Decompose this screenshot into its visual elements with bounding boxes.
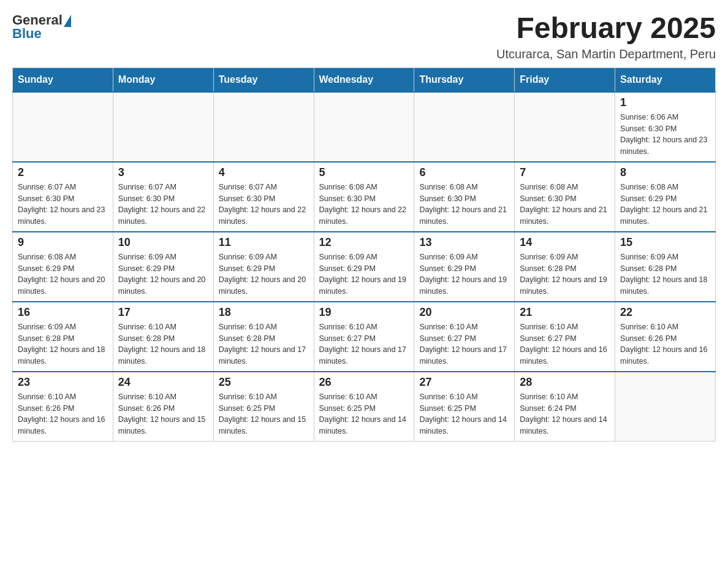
- day-number: 20: [419, 306, 509, 319]
- weekday-header-friday: Friday: [515, 67, 615, 92]
- calendar-cell: 7Sunrise: 6:08 AM Sunset: 6:30 PM Daylig…: [515, 162, 615, 232]
- calendar-cell: 10Sunrise: 6:09 AM Sunset: 6:29 PM Dayli…: [113, 232, 213, 302]
- calendar-cell: 2Sunrise: 6:07 AM Sunset: 6:30 PM Daylig…: [13, 162, 113, 232]
- calendar-cell: 5Sunrise: 6:08 AM Sunset: 6:30 PM Daylig…: [314, 162, 414, 232]
- day-number: 28: [520, 376, 610, 389]
- day-number: 27: [419, 376, 509, 389]
- day-info: Sunrise: 6:10 AM Sunset: 6:27 PM Dayligh…: [520, 321, 610, 367]
- day-number: 12: [319, 236, 409, 249]
- day-number: 2: [18, 166, 108, 179]
- weekday-header-thursday: Thursday: [414, 67, 515, 92]
- calendar-cell: [314, 92, 414, 162]
- calendar-cell: 4Sunrise: 6:07 AM Sunset: 6:30 PM Daylig…: [213, 162, 314, 232]
- weekday-header-saturday: Saturday: [615, 67, 716, 92]
- day-info: Sunrise: 6:10 AM Sunset: 6:24 PM Dayligh…: [520, 391, 610, 437]
- day-info: Sunrise: 6:09 AM Sunset: 6:29 PM Dayligh…: [419, 251, 509, 297]
- logo-blue-text: Blue: [12, 26, 42, 42]
- day-info: Sunrise: 6:09 AM Sunset: 6:29 PM Dayligh…: [118, 251, 208, 297]
- calendar-cell: 14Sunrise: 6:09 AM Sunset: 6:28 PM Dayli…: [515, 232, 615, 302]
- day-number: 7: [520, 166, 610, 179]
- calendar-cell: [414, 92, 515, 162]
- calendar-cell: 3Sunrise: 6:07 AM Sunset: 6:30 PM Daylig…: [113, 162, 213, 232]
- week-row-1: 1Sunrise: 6:06 AM Sunset: 6:30 PM Daylig…: [13, 92, 716, 162]
- day-info: Sunrise: 6:10 AM Sunset: 6:27 PM Dayligh…: [419, 321, 509, 367]
- week-row-5: 23Sunrise: 6:10 AM Sunset: 6:26 PM Dayli…: [13, 372, 716, 442]
- location-title: Utcurarca, San Martin Department, Peru: [496, 47, 716, 61]
- day-number: 10: [118, 236, 208, 249]
- day-info: Sunrise: 6:10 AM Sunset: 6:26 PM Dayligh…: [118, 391, 208, 437]
- day-number: 16: [18, 306, 108, 319]
- month-title: February 2025: [496, 12, 716, 45]
- calendar-cell: 9Sunrise: 6:08 AM Sunset: 6:29 PM Daylig…: [13, 232, 113, 302]
- calendar-cell: 19Sunrise: 6:10 AM Sunset: 6:27 PM Dayli…: [314, 302, 414, 372]
- day-info: Sunrise: 6:08 AM Sunset: 6:30 PM Dayligh…: [419, 182, 509, 228]
- day-info: Sunrise: 6:10 AM Sunset: 6:28 PM Dayligh…: [219, 321, 309, 367]
- calendar-table: SundayMondayTuesdayWednesdayThursdayFrid…: [12, 67, 716, 442]
- week-row-2: 2Sunrise: 6:07 AM Sunset: 6:30 PM Daylig…: [13, 162, 716, 232]
- day-number: 1: [620, 96, 710, 109]
- calendar-cell: 26Sunrise: 6:10 AM Sunset: 6:25 PM Dayli…: [314, 372, 414, 442]
- calendar-cell: [113, 92, 213, 162]
- calendar-cell: 11Sunrise: 6:09 AM Sunset: 6:29 PM Dayli…: [213, 232, 314, 302]
- day-number: 15: [620, 236, 710, 249]
- calendar-cell: 8Sunrise: 6:08 AM Sunset: 6:29 PM Daylig…: [615, 162, 716, 232]
- day-info: Sunrise: 6:10 AM Sunset: 6:26 PM Dayligh…: [620, 321, 710, 367]
- weekday-header-row: SundayMondayTuesdayWednesdayThursdayFrid…: [13, 67, 716, 92]
- day-info: Sunrise: 6:08 AM Sunset: 6:30 PM Dayligh…: [319, 182, 409, 228]
- day-number: 23: [18, 376, 108, 389]
- day-info: Sunrise: 6:10 AM Sunset: 6:25 PM Dayligh…: [419, 391, 509, 437]
- day-number: 4: [219, 166, 309, 179]
- day-info: Sunrise: 6:07 AM Sunset: 6:30 PM Dayligh…: [219, 182, 309, 228]
- weekday-header-wednesday: Wednesday: [314, 67, 414, 92]
- calendar-cell: 22Sunrise: 6:10 AM Sunset: 6:26 PM Dayli…: [615, 302, 716, 372]
- day-info: Sunrise: 6:08 AM Sunset: 6:29 PM Dayligh…: [18, 251, 108, 297]
- day-number: 18: [219, 306, 309, 319]
- calendar-cell: [213, 92, 314, 162]
- calendar-cell: 23Sunrise: 6:10 AM Sunset: 6:26 PM Dayli…: [13, 372, 113, 442]
- calendar-cell: 6Sunrise: 6:08 AM Sunset: 6:30 PM Daylig…: [414, 162, 515, 232]
- weekday-header-tuesday: Tuesday: [213, 67, 314, 92]
- day-number: 25: [219, 376, 309, 389]
- calendar-cell: 20Sunrise: 6:10 AM Sunset: 6:27 PM Dayli…: [414, 302, 515, 372]
- day-number: 13: [419, 236, 509, 249]
- calendar-cell: [515, 92, 615, 162]
- day-info: Sunrise: 6:09 AM Sunset: 6:28 PM Dayligh…: [620, 251, 710, 297]
- day-number: 6: [419, 166, 509, 179]
- calendar-cell: 16Sunrise: 6:09 AM Sunset: 6:28 PM Dayli…: [13, 302, 113, 372]
- calendar-cell: [615, 372, 716, 442]
- calendar-cell: 24Sunrise: 6:10 AM Sunset: 6:26 PM Dayli…: [113, 372, 213, 442]
- day-number: 3: [118, 166, 208, 179]
- day-number: 14: [520, 236, 610, 249]
- weekday-header-monday: Monday: [113, 67, 213, 92]
- calendar-cell: 28Sunrise: 6:10 AM Sunset: 6:24 PM Dayli…: [515, 372, 615, 442]
- week-row-4: 16Sunrise: 6:09 AM Sunset: 6:28 PM Dayli…: [13, 302, 716, 372]
- day-info: Sunrise: 6:07 AM Sunset: 6:30 PM Dayligh…: [118, 182, 208, 228]
- calendar-cell: 21Sunrise: 6:10 AM Sunset: 6:27 PM Dayli…: [515, 302, 615, 372]
- day-info: Sunrise: 6:10 AM Sunset: 6:26 PM Dayligh…: [18, 391, 108, 437]
- day-info: Sunrise: 6:09 AM Sunset: 6:29 PM Dayligh…: [219, 251, 309, 297]
- day-number: 26: [319, 376, 409, 389]
- day-info: Sunrise: 6:09 AM Sunset: 6:28 PM Dayligh…: [18, 321, 108, 367]
- day-number: 21: [520, 306, 610, 319]
- calendar-cell: 27Sunrise: 6:10 AM Sunset: 6:25 PM Dayli…: [414, 372, 515, 442]
- logo: General Blue: [12, 12, 71, 42]
- calendar-cell: 18Sunrise: 6:10 AM Sunset: 6:28 PM Dayli…: [213, 302, 314, 372]
- day-number: 9: [18, 236, 108, 249]
- calendar-cell: 25Sunrise: 6:10 AM Sunset: 6:25 PM Dayli…: [213, 372, 314, 442]
- day-info: Sunrise: 6:09 AM Sunset: 6:28 PM Dayligh…: [520, 251, 610, 297]
- calendar-cell: [13, 92, 113, 162]
- calendar-cell: 13Sunrise: 6:09 AM Sunset: 6:29 PM Dayli…: [414, 232, 515, 302]
- day-info: Sunrise: 6:10 AM Sunset: 6:25 PM Dayligh…: [319, 391, 409, 437]
- day-number: 24: [118, 376, 208, 389]
- calendar-cell: 17Sunrise: 6:10 AM Sunset: 6:28 PM Dayli…: [113, 302, 213, 372]
- day-info: Sunrise: 6:10 AM Sunset: 6:25 PM Dayligh…: [219, 391, 309, 437]
- day-info: Sunrise: 6:08 AM Sunset: 6:30 PM Dayligh…: [520, 182, 610, 228]
- weekday-header-sunday: Sunday: [13, 67, 113, 92]
- day-number: 11: [219, 236, 309, 249]
- calendar-cell: 1Sunrise: 6:06 AM Sunset: 6:30 PM Daylig…: [615, 92, 716, 162]
- day-info: Sunrise: 6:10 AM Sunset: 6:27 PM Dayligh…: [319, 321, 409, 367]
- page-header: General Blue February 2025 Utcurarca, Sa…: [12, 12, 716, 61]
- day-number: 19: [319, 306, 409, 319]
- day-info: Sunrise: 6:06 AM Sunset: 6:30 PM Dayligh…: [620, 112, 710, 158]
- calendar-cell: 15Sunrise: 6:09 AM Sunset: 6:28 PM Dayli…: [615, 232, 716, 302]
